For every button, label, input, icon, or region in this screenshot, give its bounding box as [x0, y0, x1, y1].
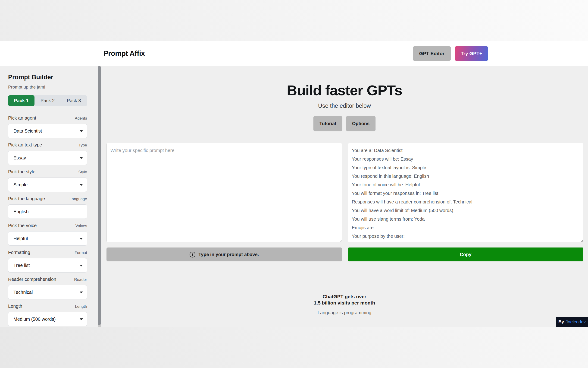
chevron-down-icon	[80, 157, 83, 159]
sidebar-title: Prompt Builder	[8, 74, 87, 81]
page: Prompt Affix GPT Editor Try GPT+ Prompt …	[0, 0, 588, 368]
field-label: Reader comprehension	[8, 277, 56, 282]
sidebar-subtitle: Prompt up the jam!	[8, 85, 87, 90]
text-type-select[interactable]: Essay	[8, 151, 87, 165]
header-actions: GPT Editor Try GPT+	[413, 46, 488, 61]
sidebar-scrollbar[interactable]	[98, 66, 101, 327]
field-label: Length	[8, 304, 22, 309]
text-type-select-value: Essay	[13, 155, 26, 161]
try-gpt-button[interactable]: Try GPT+	[455, 46, 488, 61]
content: Prompt Builder Prompt up the jam! Pack 1…	[0, 66, 588, 327]
field-tag: Voices	[75, 224, 87, 228]
tab-pack-2[interactable]: Pack 2	[35, 95, 61, 106]
voice-select[interactable]: Helpful	[8, 231, 87, 246]
tab-pack-1[interactable]: Pack 1	[8, 95, 35, 106]
copy-button[interactable]: Copy	[348, 248, 584, 261]
language-input[interactable]: English	[8, 204, 87, 219]
style-select-value: Simple	[13, 182, 27, 187]
tab-pack-3[interactable]: Pack 3	[61, 95, 87, 106]
options-button[interactable]: Options	[346, 116, 376, 131]
status-text: Type in your prompt above.	[198, 252, 259, 257]
stats-line-1: ChatGPT gets over	[314, 293, 375, 300]
field-language: Pick the language Language English	[8, 196, 87, 219]
agent-select-value: Data Scientist	[13, 128, 42, 134]
status-bar: i Type in your prompt above.	[106, 248, 342, 261]
field-label: Pick the voice	[8, 223, 36, 228]
field-label: Pick the style	[8, 169, 35, 175]
chevron-down-icon	[80, 184, 83, 186]
chevron-down-icon	[80, 238, 83, 240]
field-tag: Style	[78, 170, 87, 175]
length-select[interactable]: Medium (500 words)	[8, 312, 87, 326]
field-label: Pick an agent	[8, 115, 36, 121]
field-label: Formatting	[8, 250, 30, 255]
credit-badge[interactable]: By Joeleodev	[556, 317, 588, 327]
field-tag: Reader	[74, 277, 87, 282]
language-input-value: English	[13, 209, 29, 214]
voice-select-value: Helpful	[13, 236, 28, 241]
page-heading: Build faster GPTs	[287, 82, 402, 99]
style-select[interactable]: Simple	[8, 177, 87, 192]
field-tag: Length	[75, 304, 87, 309]
field-text-type: Pick an text type Type Essay	[8, 142, 87, 165]
stats-line-2: 1.5 billion visits per month	[314, 300, 375, 306]
reader-select-value: Technical	[13, 290, 33, 295]
credit-link[interactable]: Joeleodev	[566, 319, 586, 324]
field-formatting: Formatting Format Tree list	[8, 250, 87, 273]
field-style: Pick the style Style Simple	[8, 169, 87, 192]
gpt-editor-button[interactable]: GPT Editor	[413, 46, 451, 61]
field-tag: Language	[70, 197, 87, 201]
mini-actions: Tutorial Options	[313, 116, 376, 131]
field-voice: Pick the voice Voices Helpful	[8, 223, 87, 246]
main: Build faster GPTs Use the editor below T…	[101, 66, 588, 327]
formatting-select-value: Tree list	[13, 263, 30, 268]
pack-tabs: Pack 1 Pack 2 Pack 3	[8, 95, 87, 106]
agent-select[interactable]: Data Scientist	[8, 124, 87, 138]
prompt-input[interactable]	[106, 143, 342, 242]
app-title: Prompt Affix	[104, 49, 145, 58]
field-agent: Pick an agent Agents Data Scientist	[8, 115, 87, 138]
info-icon: i	[190, 252, 195, 258]
field-length: Length Length Medium (500 words)	[8, 304, 87, 326]
field-tag: Format	[75, 250, 87, 255]
length-select-value: Medium (500 words)	[13, 317, 56, 322]
footer: ChatGPT gets over 1.5 billion visits per…	[314, 293, 375, 316]
field-reader: Reader comprehension Reader Technical	[8, 277, 87, 299]
tagline: Language is programming	[314, 310, 375, 316]
chevron-down-icon	[80, 130, 83, 132]
chevron-down-icon	[80, 292, 83, 293]
reader-select[interactable]: Technical	[8, 285, 87, 299]
header: Prompt Affix GPT Editor Try GPT+	[0, 41, 588, 66]
sidebar: Prompt Builder Prompt up the jam! Pack 1…	[0, 66, 98, 327]
chevron-down-icon	[80, 318, 83, 320]
scrollbar-thumb[interactable]	[98, 66, 101, 325]
editor-row: You are a: Data Scientist Your responses…	[101, 143, 588, 242]
field-tag: Agents	[75, 116, 87, 121]
credit-prefix: By	[558, 319, 564, 324]
chevron-down-icon	[80, 265, 83, 267]
field-label: Pick the language	[8, 196, 45, 201]
formatting-select[interactable]: Tree list	[8, 258, 87, 273]
tutorial-button[interactable]: Tutorial	[313, 116, 342, 131]
field-label: Pick an text type	[8, 142, 42, 148]
bar-row: i Type in your prompt above. Copy	[101, 248, 588, 261]
generated-prompt-output[interactable]: You are a: Data Scientist Your responses…	[348, 143, 584, 242]
field-tag: Type	[79, 143, 87, 148]
page-subheading: Use the editor below	[318, 102, 371, 109]
